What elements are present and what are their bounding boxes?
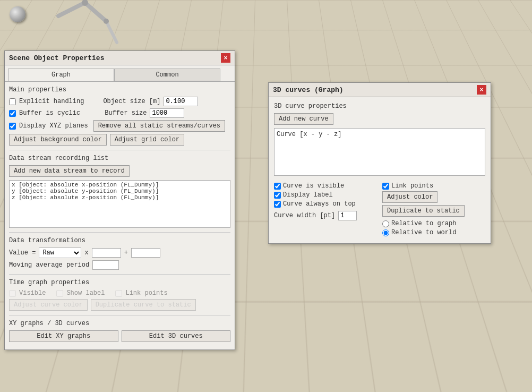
x-multiplier-input[interactable] — [92, 248, 121, 258]
curve-width-row: Curve width [pt] — [274, 211, 377, 220]
curve-width-input[interactable] — [338, 211, 357, 220]
add-stream-button[interactable]: Add new data stream to record — [9, 165, 130, 177]
tab-common[interactable]: Common — [114, 69, 220, 81]
curve-visible-label: Curve is visible — [283, 182, 344, 190]
plus-label: + — [124, 249, 128, 257]
add-curve-row: Add new curve — [274, 113, 485, 125]
moving-avg-label: Moving average period — [9, 261, 89, 269]
moving-avg-row: Moving average period — [9, 260, 230, 270]
curve-always-top-label: Curve always on top — [283, 200, 356, 208]
link-points-label-curves: Link points — [391, 182, 433, 190]
data-transforms-title: Data transformations — [9, 237, 230, 244]
display-xyz-label: Display XYZ planes — [19, 122, 88, 130]
xy-curves-btns: Edit XY graphs Edit 3D curves — [9, 330, 230, 342]
list-item: z [Object: absolute z-position (FL_Dummy… — [12, 194, 228, 201]
curve-visible-checkbox[interactable] — [274, 183, 281, 190]
edit-3d-button[interactable]: Edit 3D curves — [122, 330, 231, 342]
curve-left-col: Curve is visible Display label Curve alw… — [274, 182, 377, 238]
display-label-label: Display label — [283, 191, 333, 199]
display-xyz-checkbox[interactable] — [9, 123, 16, 130]
explicit-handling-label: Explicit handling — [19, 98, 84, 105]
color-buttons-row: Adjust background color Adjust grid colo… — [9, 134, 230, 146]
time-graph-checks-row: Visible Show label Link points — [9, 289, 230, 297]
data-stream-list: x [Object: absolute x-position (FL_Dummy… — [9, 180, 230, 228]
visible-checkbox — [9, 290, 16, 297]
duplicate-static-button[interactable]: Duplicate to static — [382, 205, 465, 217]
duplicate-curve-button: Duplicate curve to static — [91, 299, 196, 311]
adjust-color-row: Adjust color — [382, 191, 485, 203]
link-points-row: Link points — [382, 182, 485, 190]
link-points-label: Link points — [125, 289, 167, 297]
list-item: y [Object: absolute y-position (FL_Dummy… — [12, 188, 228, 194]
adjust-grid-button[interactable]: Adjust grid color — [110, 134, 184, 146]
remove-static-button[interactable]: Remove all static streams/curves — [93, 120, 225, 132]
relative-world-row: Relative to world — [382, 229, 485, 236]
relative-world-label: Relative to world — [391, 229, 456, 236]
curve-properties-title: 3D curve properties — [274, 103, 485, 110]
display-xyz-row: Display XYZ planes Remove all static str… — [9, 120, 230, 132]
xy-curves-title: XY graphs / 3D curves — [9, 320, 230, 327]
explicit-handling-row: Explicit handling Object size [m] — [9, 97, 230, 106]
object-size-label: Object size [m] — [103, 98, 160, 105]
curve-text-area[interactable] — [274, 128, 485, 176]
visible-label: Visible — [19, 289, 46, 297]
buffer-cyclic-label: Buffer is cyclic — [19, 109, 80, 117]
relative-graph-label: Relative to graph — [391, 220, 456, 227]
curve-width-label: Curve width [pt] — [274, 212, 335, 219]
time-graph-section: Visible Show label Link points Adjust cu… — [9, 289, 230, 311]
buffer-size-input[interactable] — [150, 108, 184, 118]
curves-panel: 3D curves (Graph) × 3D curve properties … — [268, 82, 491, 244]
sphere-object — [10, 6, 25, 22]
curves-titlebar: 3D curves (Graph) × — [269, 83, 491, 97]
buffer-cyclic-row: Buffer is cyclic Buffer size — [9, 108, 230, 118]
curves-content: 3D curve properties Add new curve Curve … — [269, 97, 491, 243]
main-properties-title: Main properties — [9, 86, 230, 93]
explicit-handling-checkbox[interactable] — [9, 98, 16, 105]
edit-xy-button[interactable]: Edit XY graphs — [9, 330, 118, 342]
sop-close-button[interactable]: × — [221, 53, 230, 63]
sop-content: Main properties Explicit handling Object… — [5, 82, 235, 350]
curves-close-button[interactable]: × — [477, 85, 486, 95]
svg-line-0 — [58, 3, 85, 16]
sop-titlebar: Scene Object Properties × — [5, 51, 235, 65]
robot-arm — [42, 0, 122, 58]
show-label-checkbox — [56, 290, 63, 297]
duplicate-static-row: Duplicate to static — [382, 205, 485, 217]
curve-always-top-checkbox[interactable] — [274, 201, 281, 208]
display-label-checkbox[interactable] — [274, 192, 281, 199]
x-multiply-label: x — [84, 249, 88, 257]
data-stream-title: Data stream recording list — [9, 155, 230, 162]
moving-avg-input[interactable] — [92, 260, 119, 270]
adjust-color-button[interactable]: Adjust color — [382, 191, 437, 203]
link-points-checkbox — [115, 290, 122, 297]
list-item: x [Object: absolute x-position (FL_Dummy… — [12, 182, 228, 188]
curve-visible-row: Curve is visible — [274, 182, 377, 190]
adjust-curve-color-button: Adjust curve color — [9, 299, 88, 311]
svg-line-1 — [85, 3, 106, 21]
relative-graph-row: Relative to graph — [382, 220, 485, 227]
relative-graph-radio[interactable] — [382, 220, 389, 227]
show-label-label: Show label — [66, 289, 105, 297]
curve-options: Curve is visible Display label Curve alw… — [274, 182, 485, 238]
relative-world-radio[interactable] — [382, 229, 389, 236]
display-label-row: Display label — [274, 191, 377, 199]
curves-title: 3D curves (Graph) — [273, 86, 344, 94]
transform-row: Value = Raw x + — [9, 248, 230, 258]
add-curve-button[interactable]: Add new curve — [274, 113, 333, 125]
raw-select[interactable]: Raw — [39, 248, 81, 258]
svg-line-2 — [106, 21, 117, 42]
sop-tab-bar: Graph Common — [5, 65, 235, 82]
buffer-cyclic-checkbox[interactable] — [9, 110, 16, 117]
link-points-checkbox-curves[interactable] — [382, 183, 389, 190]
curve-right-col: Link points Adjust color Duplicate to st… — [382, 182, 485, 238]
adjust-bg-button[interactable]: Adjust background color — [9, 134, 107, 146]
time-graph-btns: Adjust curve color Duplicate curve to st… — [9, 299, 230, 311]
time-graph-title: Time graph properties — [9, 279, 230, 286]
sop-title: Scene Object Properties — [9, 54, 104, 62]
value-label: Value = — [9, 249, 36, 257]
plus-offset-input[interactable] — [131, 248, 160, 258]
add-stream-row: Add new data stream to record — [9, 165, 230, 177]
scene-object-properties-panel: Scene Object Properties × Graph Common M… — [4, 50, 235, 350]
tab-graph[interactable]: Graph — [8, 69, 114, 81]
object-size-input[interactable] — [164, 97, 198, 106]
